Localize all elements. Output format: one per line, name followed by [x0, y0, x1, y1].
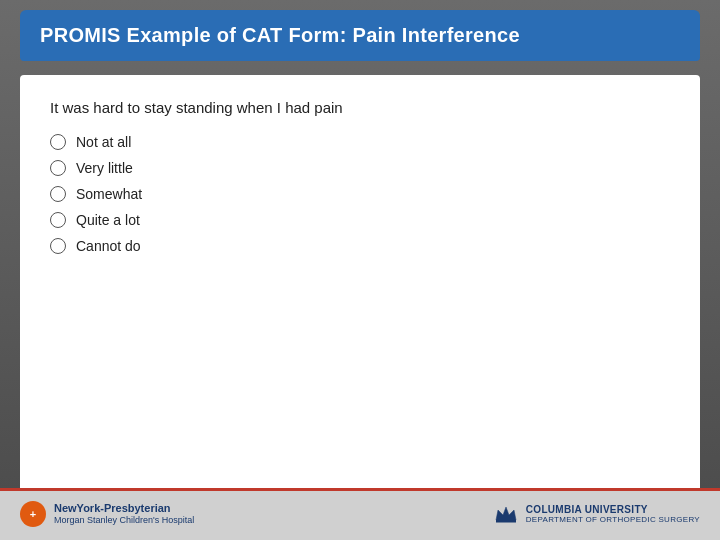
page-title: PROMIS Example of CAT Form: Pain Interfe… — [40, 24, 680, 47]
radio-cannot-do[interactable] — [50, 238, 66, 254]
option-label: Very little — [76, 160, 133, 176]
radio-quite-a-lot[interactable] — [50, 212, 66, 228]
hospital-sub: Morgan Stanley Children's Hospital — [54, 515, 194, 526]
list-item[interactable]: Not at all — [50, 134, 670, 150]
title-bar: PROMIS Example of CAT Form: Pain Interfe… — [20, 10, 700, 61]
crown-icon — [494, 502, 518, 526]
footer-bar: + NewYork-Presbyterian Morgan Stanley Ch… — [0, 488, 720, 540]
footer-left: + NewYork-Presbyterian Morgan Stanley Ch… — [20, 501, 194, 527]
options-list: Not at all Very little Somewhat Quite a … — [50, 134, 670, 254]
option-label: Not at all — [76, 134, 131, 150]
svg-rect-0 — [496, 520, 516, 523]
columbia-label: Columbia University — [526, 504, 648, 515]
question-text: It was hard to stay standing when I had … — [50, 99, 670, 116]
footer-right-text: Columbia University Department of Orthop… — [526, 504, 700, 524]
radio-not-at-all[interactable] — [50, 134, 66, 150]
radio-very-little[interactable] — [50, 160, 66, 176]
option-label: Cannot do — [76, 238, 141, 254]
radio-somewhat[interactable] — [50, 186, 66, 202]
list-item[interactable]: Somewhat — [50, 186, 670, 202]
option-label: Quite a lot — [76, 212, 140, 228]
app-wrapper: PROMIS Example of CAT Form: Pain Interfe… — [0, 0, 720, 540]
list-item[interactable]: Very little — [50, 160, 670, 176]
hospital-name: NewYork-Presbyterian — [54, 502, 194, 515]
hospital-logo-icon: + — [20, 501, 46, 527]
footer-right: Columbia University Department of Orthop… — [494, 502, 700, 526]
list-item[interactable]: Quite a lot — [50, 212, 670, 228]
option-label: Somewhat — [76, 186, 142, 202]
dept-label: Department of Orthopedic Surgery — [526, 515, 700, 524]
form-card: It was hard to stay standing when I had … — [20, 75, 700, 540]
footer-divider — [0, 488, 720, 491]
footer-left-text: NewYork-Presbyterian Morgan Stanley Chil… — [54, 502, 194, 526]
list-item[interactable]: Cannot do — [50, 238, 670, 254]
